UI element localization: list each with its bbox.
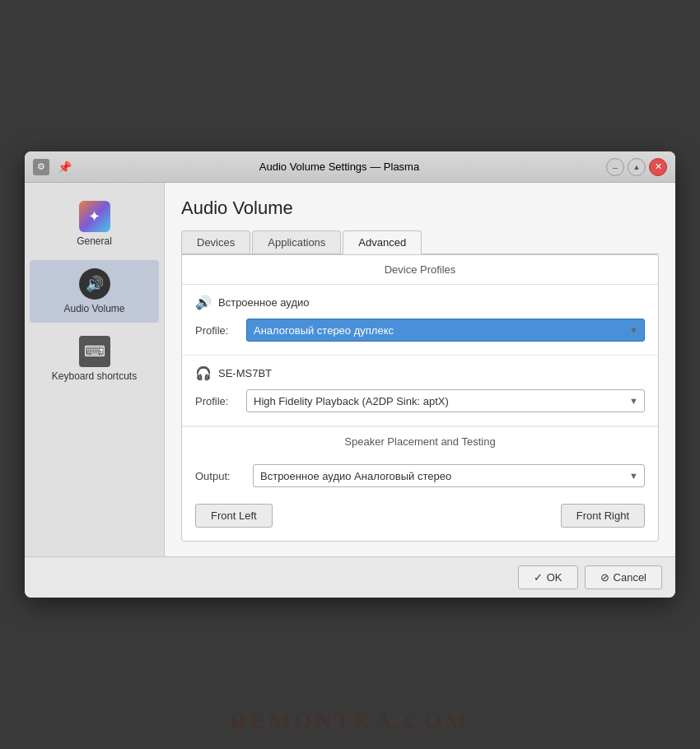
sidebar: ✦ General 🔊 Audio Volume ⌨ Keyboard shor… [25, 183, 165, 556]
titlebar-buttons: – ▲ ✕ [606, 158, 667, 176]
page-title: Audio Volume [181, 198, 659, 219]
builtin-audio-label: Встроенное аудио [218, 296, 309, 309]
output-select[interactable]: Встроенное аудио Аналоговый стерео [253, 464, 645, 487]
keyboard-shortcuts-icon: ⌨ [79, 336, 110, 367]
tab-advanced[interactable]: Advanced [343, 230, 422, 254]
device-profiles-header: Device Profiles [182, 255, 658, 285]
ok-label: OK [547, 571, 562, 584]
audio-volume-label: Audio Volume [63, 303, 124, 314]
builtin-audio-icon: 🔊 [195, 295, 212, 310]
sidebar-item-general[interactable]: ✦ General [30, 193, 159, 255]
close-button[interactable]: ✕ [649, 158, 667, 176]
general-icon: ✦ [79, 201, 110, 232]
keyboard-shortcuts-label: Keyboard shortcuts [52, 370, 137, 382]
general-label: General [77, 235, 112, 247]
bluetooth-audio-group: 🎧 SE-MS7BT Profile: High Fidelity Playba… [182, 356, 658, 426]
bluetooth-profile-select[interactable]: High Fidelity Playback (A2DP Sink: aptX) [246, 389, 645, 412]
output-select-wrapper: Встроенное аудио Аналоговый стерео ▼ [253, 464, 645, 487]
cancel-icon: ⊘ [600, 571, 609, 584]
sidebar-item-audio-volume[interactable]: 🔊 Audio Volume [30, 260, 159, 323]
bluetooth-profile-select-wrapper: High Fidelity Playback (A2DP Sink: aptX)… [246, 389, 645, 412]
window-title: Audio Volume Settings — Plasma [259, 160, 419, 173]
titlebar-center: Audio Volume Settings — Plasma [72, 160, 606, 173]
ok-icon: ✓ [534, 571, 543, 584]
tab-applications[interactable]: Applications [252, 230, 341, 254]
builtin-profile-select-wrapper: Аналоговый стерео дуплекс ▼ [246, 319, 645, 342]
builtin-profile-label: Profile: [195, 324, 238, 337]
builtin-audio-group: 🔊 Встроенное аудио Profile: Аналоговый с… [182, 285, 658, 356]
cancel-button[interactable]: ⊘ Cancel [585, 565, 662, 589]
sidebar-item-keyboard-shortcuts[interactable]: ⌨ Keyboard shortcuts [30, 328, 159, 390]
app-icon: ⚙ [33, 159, 49, 175]
ok-button[interactable]: ✓ OK [518, 565, 578, 589]
cancel-label: Cancel [614, 571, 646, 584]
window-footer: ✓ OK ⊘ Cancel [25, 556, 675, 598]
speaker-placement-header: Speaker Placement and Testing [182, 426, 658, 456]
titlebar-left: ⚙ 📌 [33, 159, 72, 175]
speaker-buttons: Front Left Front Right [182, 495, 658, 541]
tab-devices[interactable]: Devices [181, 230, 250, 254]
bluetooth-audio-title: 🎧 SE-MS7BT [195, 365, 645, 381]
builtin-profile-select[interactable]: Аналоговый стерео дуплекс [246, 319, 645, 342]
output-label: Output: [195, 470, 245, 482]
output-row: Output: Встроенное аудио Аналоговый стер… [182, 456, 658, 495]
advanced-panel: Device Profiles 🔊 Встроенное аудио Profi… [181, 254, 659, 542]
audio-volume-icon: 🔊 [79, 268, 110, 300]
minimize-button[interactable]: – [606, 158, 624, 176]
builtin-audio-title: 🔊 Встроенное аудио [195, 295, 645, 310]
main-content: Audio Volume Devices Applications Advanc… [165, 183, 675, 556]
watermark: REMONTKA.COM [230, 708, 469, 734]
front-right-button[interactable]: Front Right [561, 504, 645, 528]
bluetooth-icon: 🎧 [195, 365, 212, 381]
tabs: Devices Applications Advanced [181, 230, 659, 254]
window-body: ✦ General 🔊 Audio Volume ⌨ Keyboard shor… [25, 183, 675, 556]
bluetooth-profile-row: Profile: High Fidelity Playback (A2DP Si… [195, 389, 645, 412]
bluetooth-profile-label: Profile: [195, 395, 238, 407]
bluetooth-label: SE-MS7BT [218, 367, 272, 379]
maximize-button[interactable]: ▲ [628, 158, 646, 176]
titlebar: ⚙ 📌 Audio Volume Settings — Plasma – ▲ ✕ [25, 151, 675, 183]
main-window: ⚙ 📌 Audio Volume Settings — Plasma – ▲ ✕… [25, 151, 675, 598]
front-left-button[interactable]: Front Left [195, 504, 273, 528]
pin-icon: 📌 [56, 159, 72, 175]
builtin-profile-row: Profile: Аналоговый стерео дуплекс ▼ [195, 319, 645, 342]
